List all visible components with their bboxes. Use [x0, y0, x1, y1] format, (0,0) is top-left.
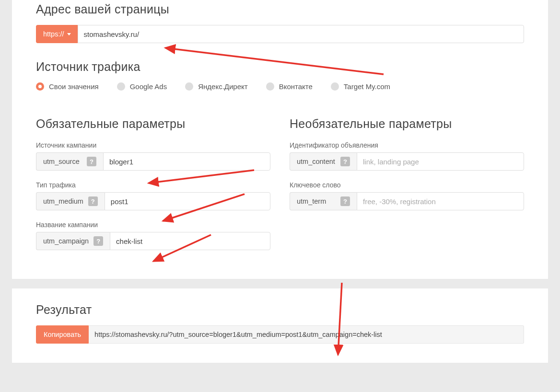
help-icon[interactable]: ? [93, 236, 103, 246]
optional-heading: Необязательные параметры [290, 117, 524, 131]
required-column: Обязательные параметры Источник кампании… [36, 117, 270, 250]
utm-content-input[interactable] [357, 152, 524, 171]
utm-term-input[interactable] [357, 192, 524, 210]
help-icon[interactable]: ? [340, 157, 350, 166]
address-heading: Адрес вашей страницы [36, 2, 524, 16]
traffic-heading: Источник трафика [36, 60, 524, 74]
utm-medium-label: Тип трафика [36, 181, 270, 189]
main-card: Адрес вашей страницы https:// Источник т… [12, 0, 548, 279]
traffic-radio-row: Свои значения Google Ads Яндекс.Директ В… [36, 82, 524, 91]
utm-source-tag: utm_source ? [36, 152, 103, 171]
radio-yandex-direct[interactable]: Яндекс.Директ [185, 82, 247, 91]
radio-icon [331, 82, 339, 91]
utm-medium-tag: utm_medium ? [36, 192, 105, 210]
result-row: Копировать https://stomashevsky.ru/?utm_… [36, 325, 524, 344]
radio-label: Google Ads [130, 82, 167, 91]
utm-term-tag: utm_term ? [290, 192, 357, 210]
radio-label: Target My.com [344, 82, 390, 91]
utm-campaign-group: utm_campaign ? [36, 232, 270, 250]
utm-content-label: Идентификатор объявления [290, 141, 524, 149]
utm-campaign-label: Название кампании [36, 221, 270, 229]
utm-source-group: utm_source ? [36, 152, 270, 171]
radio-target-mycom[interactable]: Target My.com [331, 82, 390, 91]
utm-campaign-tag: utm_campaign ? [36, 232, 110, 250]
protocol-dropdown[interactable]: https:// [36, 25, 78, 43]
optional-column: Необязательные параметры Идентификатор о… [290, 117, 524, 250]
radio-icon [185, 82, 193, 91]
help-icon[interactable]: ? [88, 196, 98, 206]
result-url[interactable]: https://stomashevsky.ru/?utm_source=blog… [89, 325, 524, 344]
utm-medium-input[interactable] [105, 192, 270, 210]
tag-text: utm_source [43, 158, 80, 165]
copy-button[interactable]: Копировать [36, 325, 89, 344]
utm-term-label: Ключевое слово [290, 181, 524, 189]
protocol-label: https:// [43, 30, 64, 38]
utm-source-input[interactable] [103, 152, 270, 171]
radio-label: Вконтакте [279, 82, 313, 91]
radio-icon [266, 82, 274, 91]
tag-text: utm_term [297, 197, 326, 205]
caret-down-icon [67, 33, 71, 35]
radio-vkontakte[interactable]: Вконтакте [266, 82, 313, 91]
url-input-group: https:// [36, 25, 524, 43]
radio-google-ads[interactable]: Google Ads [117, 82, 167, 91]
utm-medium-group: utm_medium ? [36, 192, 270, 210]
radio-own-values[interactable]: Свои значения [36, 82, 99, 91]
tag-text: utm_campaign [43, 237, 89, 245]
result-card: Результат Копировать https://stomashevsk… [12, 288, 548, 363]
radio-icon [36, 82, 44, 91]
help-icon[interactable]: ? [87, 157, 96, 166]
result-heading: Результат [36, 303, 524, 317]
help-icon[interactable]: ? [340, 196, 350, 206]
url-input[interactable] [78, 25, 524, 43]
utm-source-label: Источник кампании [36, 141, 270, 149]
traffic-source-section: Источник трафика Свои значения Google Ad… [36, 60, 524, 91]
tag-text: utm_medium [43, 197, 83, 205]
utm-content-tag: utm_content ? [290, 152, 357, 171]
utm-campaign-input[interactable] [110, 232, 270, 250]
params-columns: Обязательные параметры Источник кампании… [36, 117, 524, 250]
utm-term-group: utm_term ? [290, 192, 524, 210]
radio-icon [117, 82, 125, 91]
tag-text: utm_content [297, 158, 335, 165]
utm-content-group: utm_content ? [290, 152, 524, 171]
required-heading: Обязательные параметры [36, 117, 270, 131]
radio-label: Яндекс.Директ [198, 82, 247, 91]
radio-label: Свои значения [49, 82, 99, 91]
copy-label: Копировать [44, 331, 81, 338]
